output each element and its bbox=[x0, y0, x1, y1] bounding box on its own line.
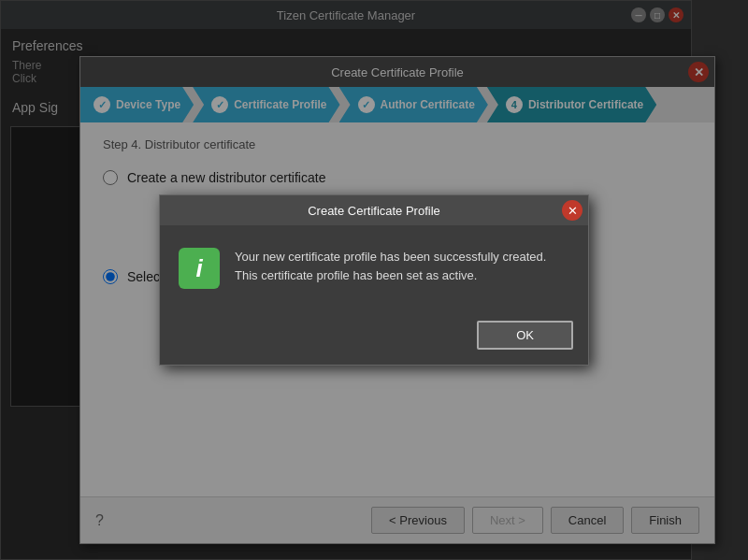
dialog-overlay: Create Certificate Profile ✕ i Your new … bbox=[0, 0, 748, 560]
success-title: Create Certificate Profile bbox=[308, 204, 440, 218]
info-icon: i bbox=[179, 248, 220, 289]
success-message: Your new certificate profile has been su… bbox=[235, 248, 569, 284]
success-close-button[interactable]: ✕ bbox=[562, 200, 583, 221]
success-dialog: Create Certificate Profile ✕ i Your new … bbox=[159, 194, 589, 366]
info-icon-letter: i bbox=[195, 254, 202, 283]
success-footer: OK bbox=[160, 311, 588, 365]
success-body: i Your new certificate profile has been … bbox=[160, 225, 588, 311]
success-titlebar: Create Certificate Profile ✕ bbox=[160, 195, 588, 225]
ok-button[interactable]: OK bbox=[477, 321, 573, 350]
